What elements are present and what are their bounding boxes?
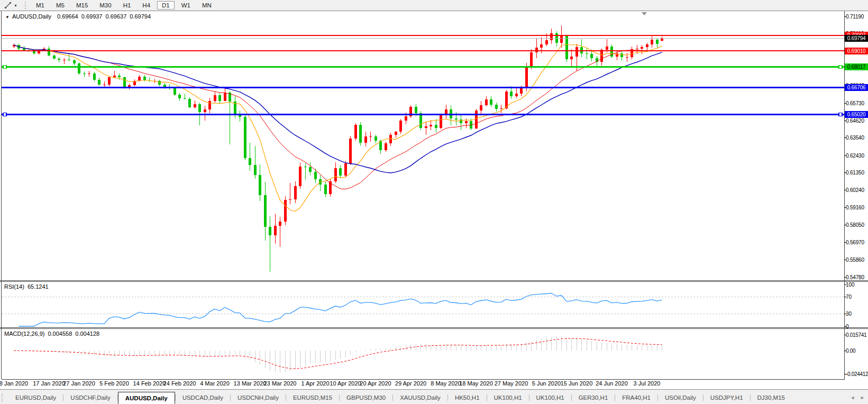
chart-tab-GBPUSD-M30[interactable]: GBPUSD,M30 <box>340 393 392 403</box>
date-axis-label: 5 Feb 2020 <box>99 380 129 387</box>
candle <box>646 44 648 48</box>
candle <box>565 35 568 59</box>
candle <box>93 74 96 80</box>
date-axis-label: 18 May 2020 <box>459 380 493 387</box>
candle <box>550 33 553 41</box>
candle <box>249 158 251 165</box>
price-axis-tick-label: 0.62430 <box>846 153 864 159</box>
candle <box>218 95 221 101</box>
candle <box>641 47 643 48</box>
candle <box>500 108 502 109</box>
price-axis-tick-label: 0.59160 <box>846 205 864 210</box>
line-handle[interactable] <box>3 65 6 68</box>
price-axis-tick-label: 0.54780 <box>846 274 864 280</box>
date-axis-label: 15 Jun 2020 <box>561 380 593 387</box>
tab-scroll-left-button[interactable]: ◄ <box>850 395 855 400</box>
candle <box>108 77 111 84</box>
candle <box>510 91 513 96</box>
svg-text:0.69010: 0.69010 <box>847 48 866 54</box>
rsi-indicator-label: RSI(14)65.1241 <box>4 283 52 290</box>
candle <box>480 105 482 111</box>
chart-tab-USOil-Daily[interactable]: USOil,Daily <box>658 393 703 403</box>
line-handle[interactable] <box>839 113 842 116</box>
macd-signal-line <box>14 338 662 369</box>
ohlc-low: 0.69637 <box>105 13 126 20</box>
chart-tab-FRA40-H1[interactable]: FRA40,H1 <box>615 393 657 403</box>
line-handle[interactable] <box>839 65 842 68</box>
macd-signal-value: 0.004128 <box>75 330 99 337</box>
price-chart-canvas[interactable]: 0.711900.701100.690300.679500.668400.657… <box>0 0 868 404</box>
chart-tab-UK100-H1[interactable]: UK100,H1 <box>529 393 571 403</box>
macd-name: MACD(12,26,9) <box>4 330 44 337</box>
chart-tab-EURUSD-M15[interactable]: EURUSD,M15 <box>286 393 339 403</box>
date-axis-label: 1 Apr 2020 <box>301 380 329 387</box>
date-axis-label: 8 May 2020 <box>431 380 461 387</box>
chart-tab-UK100-H1[interactable]: UK100,H1 <box>487 393 529 403</box>
candle <box>570 57 573 59</box>
candle <box>309 167 312 172</box>
candle <box>535 48 538 52</box>
chart-shift-marker-icon[interactable] <box>642 12 647 15</box>
rsi-axis-label: 30 <box>846 311 852 317</box>
candle <box>88 74 90 74</box>
chart-tab-USDCHF-Daily[interactable]: USDCHF,Daily <box>63 393 117 403</box>
chart-tab-USDCNH-Daily[interactable]: USDCNH,Daily <box>231 393 286 403</box>
candle <box>194 104 196 107</box>
rsi-value: 65.1241 <box>28 283 49 290</box>
candle <box>405 116 407 121</box>
price-axis-tick-label: 0.65730 <box>846 100 864 106</box>
candle <box>334 168 337 181</box>
rsi-line <box>19 293 662 326</box>
candle <box>184 98 186 99</box>
candle <box>339 168 342 176</box>
chart-title-dropdown-icon[interactable]: ▼ <box>5 15 10 20</box>
date-axis-label: 3 Jul 2020 <box>634 380 661 387</box>
ma-line-30 <box>14 45 662 173</box>
candle <box>118 76 121 77</box>
candle <box>389 135 392 143</box>
candle <box>259 175 261 195</box>
candle <box>178 95 181 98</box>
ohlc-open: 0.69664 <box>57 13 78 20</box>
candle <box>83 74 86 74</box>
chart-tab-AUDUSD-Daily[interactable]: AUDUSD,Daily <box>118 392 175 404</box>
candle <box>590 54 593 58</box>
candle <box>78 63 80 74</box>
tab-scroll-right-button[interactable]: ► <box>860 395 865 400</box>
rsi-axis-label: 0 <box>846 324 849 329</box>
candle <box>415 107 417 113</box>
candle <box>73 60 76 63</box>
candle <box>344 163 347 176</box>
line-handle[interactable] <box>3 113 6 116</box>
candle <box>636 49 638 50</box>
chart-tab-DJ30-M15[interactable]: DJ30,M15 <box>751 393 792 403</box>
candle <box>314 172 317 179</box>
chart-tab-EURUSD-Daily[interactable]: EURUSD,Daily <box>8 393 63 403</box>
candle <box>661 39 663 41</box>
price-axis-tick-label: 0.58050 <box>846 222 864 228</box>
candle <box>399 121 402 132</box>
chart-tab-HK50-H1[interactable]: HK50,H1 <box>448 393 487 403</box>
tabbar-grip <box>2 393 5 402</box>
candle <box>369 136 372 137</box>
date-axis-label: 24 Jun 2020 <box>596 380 628 387</box>
candle <box>425 126 427 128</box>
candle <box>198 104 201 113</box>
candle <box>440 115 442 128</box>
macd-indicator-label: MACD(12,26,9)0.0045580.004128 <box>4 330 103 337</box>
chart-tab-USDCAD-Daily[interactable]: USDCAD,Daily <box>176 393 230 403</box>
chart-tab-XAUUSD-Daily[interactable]: XAUUSD,Daily <box>393 393 447 403</box>
candle <box>324 185 327 194</box>
candle <box>490 99 492 105</box>
chart-tab-USDJPY-H1[interactable]: USDJPY,H1 <box>703 393 750 403</box>
price-axis-tick-label: 0.61350 <box>846 170 864 176</box>
chart-tab-bar: EURUSD,DailyUSDCHF,DailyAUDUSD,DailyUSDC… <box>0 389 868 404</box>
chart-tab-GER30-H1[interactable]: GER30,H1 <box>572 393 615 403</box>
candle <box>385 143 387 150</box>
date-axis-label: 14 Feb 2020 <box>133 380 166 387</box>
candle <box>505 91 508 108</box>
candle <box>560 35 563 43</box>
date-axis-label: 27 May 2020 <box>495 380 528 387</box>
candle <box>299 167 301 186</box>
candle <box>158 81 161 85</box>
